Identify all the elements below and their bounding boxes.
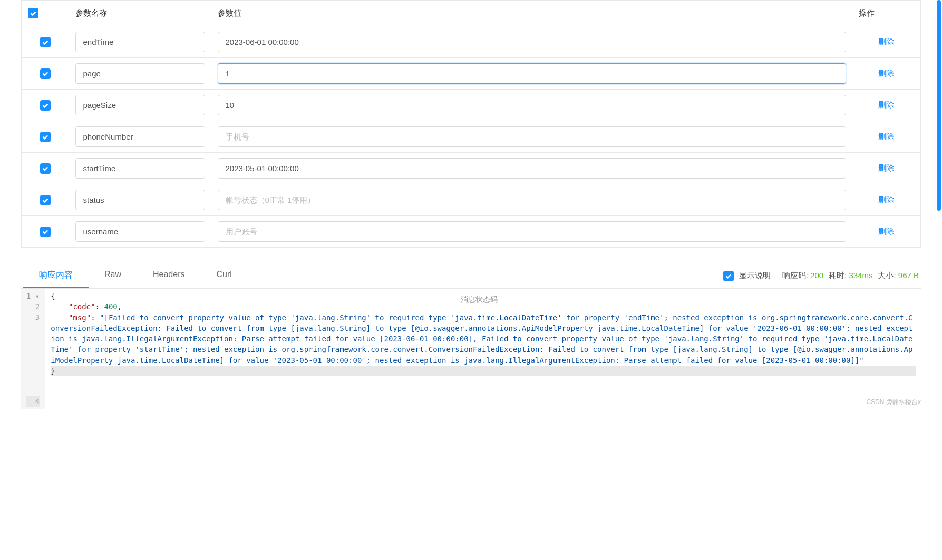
param-row: 删除 bbox=[22, 184, 921, 216]
param-row: 删除 bbox=[22, 90, 921, 121]
checkbox-all[interactable] bbox=[28, 8, 38, 18]
param-value-input[interactable] bbox=[218, 63, 846, 84]
delete-button[interactable]: 删除 bbox=[878, 227, 894, 235]
gutter-line: 3 bbox=[26, 312, 40, 396]
json-key-msg: "msg" bbox=[69, 313, 91, 322]
param-row: 删除 bbox=[22, 216, 921, 248]
checkbox[interactable] bbox=[40, 100, 51, 111]
check-icon bbox=[42, 70, 49, 77]
json-brace-open: { bbox=[51, 292, 55, 300]
size-value: 967 B bbox=[898, 271, 919, 280]
param-value-input[interactable] bbox=[218, 95, 846, 115]
params-table: 参数名称 参数值 操作 删除删除删除删除删除删除删除 bbox=[21, 0, 921, 248]
param-name-input[interactable] bbox=[75, 126, 205, 147]
tab-raw[interactable]: Raw bbox=[89, 263, 137, 288]
delete-button[interactable]: 删除 bbox=[878, 37, 894, 46]
param-name-input[interactable] bbox=[75, 158, 205, 179]
response-section: 响应内容RawHeadersCurl 显示说明 响应码: 200 耗时: 334… bbox=[21, 263, 921, 409]
param-name-input[interactable] bbox=[75, 221, 205, 242]
check-icon bbox=[42, 102, 49, 109]
param-row: 删除 bbox=[22, 58, 921, 90]
tab-headers[interactable]: Headers bbox=[137, 263, 200, 288]
code-body[interactable]: { "code": 400, "msg": "[Failed to conver… bbox=[45, 289, 921, 409]
check-icon bbox=[30, 9, 37, 17]
param-value-input[interactable] bbox=[218, 158, 846, 179]
check-icon bbox=[42, 165, 49, 172]
delete-button[interactable]: 删除 bbox=[878, 163, 894, 172]
check-icon bbox=[42, 228, 49, 235]
checkbox[interactable] bbox=[40, 163, 51, 174]
watermark: CSDN @静水楼台x bbox=[866, 398, 921, 407]
checkbox[interactable] bbox=[40, 132, 51, 142]
delete-button[interactable]: 删除 bbox=[878, 100, 894, 109]
delete-button[interactable]: 删除 bbox=[878, 132, 894, 141]
time-label: 耗时: bbox=[829, 271, 847, 280]
code-value: 200 bbox=[810, 271, 823, 280]
check-icon bbox=[42, 197, 49, 204]
param-name-input[interactable] bbox=[75, 63, 205, 84]
param-row: 删除 bbox=[22, 121, 921, 153]
json-key-code: "code" bbox=[69, 302, 95, 311]
param-name-input[interactable] bbox=[75, 32, 205, 52]
param-value-input[interactable] bbox=[218, 32, 846, 52]
param-row: 删除 bbox=[22, 153, 921, 184]
scrollbar[interactable] bbox=[937, 0, 941, 211]
response-meta: 显示说明 响应码: 200 耗时: 334ms 大小: 967 B bbox=[723, 271, 919, 281]
header-action: 操作 bbox=[852, 1, 921, 26]
checkbox[interactable] bbox=[40, 227, 51, 237]
param-name-input[interactable] bbox=[75, 95, 205, 115]
gutter-line: 2 bbox=[26, 301, 40, 312]
delete-button[interactable]: 删除 bbox=[878, 68, 894, 77]
check-icon bbox=[725, 272, 732, 280]
size-label: 大小: bbox=[878, 271, 896, 280]
time-value: 334ms bbox=[849, 271, 872, 280]
response-tabs: 响应内容RawHeadersCurl bbox=[23, 263, 248, 288]
show-desc-checkbox[interactable] bbox=[723, 271, 734, 281]
line-gutter: 1 ▾ 2 3 4 bbox=[21, 289, 45, 409]
json-brace-close: } bbox=[51, 366, 916, 376]
param-value-input[interactable] bbox=[218, 190, 846, 210]
checkbox[interactable] bbox=[40, 195, 51, 205]
json-val-msg: "[Failed to convert property value of ty… bbox=[51, 313, 912, 365]
header-param-name: 参数名称 bbox=[69, 1, 211, 26]
param-value-input[interactable] bbox=[218, 126, 846, 147]
checkbox[interactable] bbox=[40, 37, 51, 47]
tooltip: 消息状态码 bbox=[459, 293, 500, 306]
check-icon bbox=[42, 38, 49, 46]
checkbox[interactable] bbox=[40, 68, 51, 79]
gutter-line: 4 bbox=[26, 396, 40, 407]
check-icon bbox=[42, 133, 49, 141]
tab-content[interactable]: 响应内容 bbox=[23, 263, 89, 288]
param-name-input[interactable] bbox=[75, 190, 205, 210]
tab-curl[interactable]: Curl bbox=[201, 263, 248, 288]
code-area: 1 ▾ 2 3 4 { "code": 400, "msg": "[Failed… bbox=[21, 289, 921, 409]
gutter-line: 1 ▾ bbox=[26, 291, 40, 301]
delete-button[interactable]: 删除 bbox=[878, 195, 894, 204]
show-desc-label: 显示说明 bbox=[739, 271, 771, 281]
code-label: 响应码: bbox=[782, 271, 808, 280]
param-value-input[interactable] bbox=[218, 221, 846, 242]
param-row: 删除 bbox=[22, 26, 921, 58]
json-val-code: 400 bbox=[104, 302, 117, 311]
header-param-value: 参数值 bbox=[211, 1, 852, 26]
